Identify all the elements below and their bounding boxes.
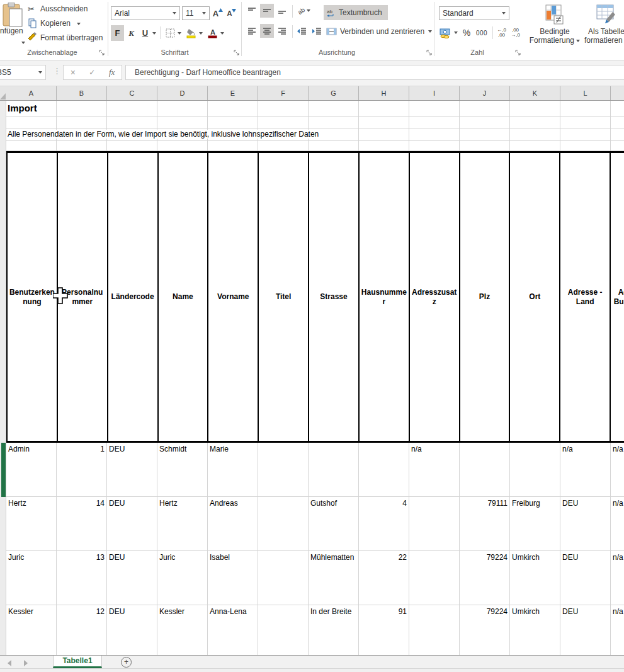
cell[interactable]: n/a xyxy=(560,443,611,497)
cell[interactable] xyxy=(409,497,460,551)
cell[interactable]: DEU xyxy=(560,497,611,551)
table-header-cell[interactable]: Name xyxy=(159,153,209,441)
cell[interactable] xyxy=(460,443,510,497)
fill-color-dropdown-icon[interactable] xyxy=(199,32,203,35)
wrap-text-button[interactable]: ab Textumbruch xyxy=(324,5,388,20)
paste-dropdown-icon[interactable] xyxy=(21,42,25,44)
cell[interactable] xyxy=(258,605,309,655)
currency-dropdown-icon[interactable] xyxy=(454,31,458,34)
column-header-G[interactable]: G xyxy=(309,86,359,100)
cell[interactable]: In der Breite xyxy=(309,605,359,655)
cell[interactable]: Anna-Lena xyxy=(208,605,258,655)
format-painter-button[interactable] xyxy=(28,32,37,44)
column-header-E[interactable]: E xyxy=(208,86,258,100)
column-header-J[interactable]: J xyxy=(460,86,510,100)
bold-button[interactable]: F xyxy=(111,25,124,41)
cell[interactable]: DEU xyxy=(107,551,157,605)
format-as-table-button[interactable]: Als Tabelle formatieren xyxy=(584,3,624,58)
name-box-dropdown-icon[interactable] xyxy=(38,71,42,74)
cell[interactable]: Umkirch xyxy=(510,605,560,655)
cell[interactable]: DEU xyxy=(560,605,611,655)
add-sheet-button[interactable]: + xyxy=(121,657,132,668)
cell[interactable]: DEU xyxy=(107,605,157,655)
cell[interactable]: Marie xyxy=(208,443,258,497)
row-empty[interactable] xyxy=(6,141,624,151)
table-header-cell[interactable]: Adresse - Land xyxy=(560,153,611,441)
align-top-button[interactable] xyxy=(245,4,259,18)
tab-scroll-left-icon[interactable] xyxy=(8,660,11,666)
align-center-button[interactable] xyxy=(260,24,274,38)
clipboard-dialog-launcher-icon[interactable] xyxy=(99,50,105,56)
copy-dropdown-icon[interactable] xyxy=(77,23,81,25)
table-header-cell[interactable]: Ländercode xyxy=(108,153,159,441)
cell[interactable] xyxy=(359,443,409,497)
cell[interactable]: Umkirch xyxy=(510,551,560,605)
cell[interactable]: Kessler xyxy=(157,605,208,655)
cell[interactable]: DEU xyxy=(107,497,157,551)
cell[interactable]: 79224 xyxy=(460,551,510,605)
formula-input[interactable]: Berechtigung - Darf Homeoffice beantrage… xyxy=(125,65,624,80)
format-painter-label[interactable]: Format übertragen xyxy=(40,33,103,42)
align-middle-button[interactable] xyxy=(260,4,274,18)
cell[interactable]: DEU xyxy=(560,551,611,605)
decrease-decimal-button[interactable]: ,00 →,0 xyxy=(509,25,522,40)
cancel-icon[interactable]: × xyxy=(71,67,76,77)
tab-scroll-right-icon[interactable] xyxy=(24,660,28,666)
cell[interactable]: Mühlematten xyxy=(309,551,359,605)
cell[interactable]: Juric xyxy=(6,551,57,605)
column-header-L[interactable]: L xyxy=(560,86,611,100)
name-box[interactable]: BS5 xyxy=(0,65,46,80)
cell[interactable]: 13 xyxy=(57,551,107,605)
cell[interactable]: Hertz xyxy=(157,497,208,551)
cell[interactable]: 4 xyxy=(359,497,409,551)
cell[interactable]: Gutshof xyxy=(309,497,359,551)
column-header-D[interactable]: D xyxy=(157,86,208,100)
cell[interactable] xyxy=(258,497,309,551)
underline-dropdown-icon[interactable] xyxy=(152,32,156,35)
table-header-cell[interactable]: Ort xyxy=(510,153,560,441)
alignment-dialog-launcher-icon[interactable] xyxy=(426,50,433,56)
cell[interactable] xyxy=(309,443,359,497)
cell[interactable]: 12 xyxy=(57,605,107,655)
table-header-cell[interactable]: Hausnummer xyxy=(360,153,410,441)
copy-label[interactable]: Kopieren xyxy=(40,19,71,28)
cell[interactable]: n/a xyxy=(409,443,460,497)
cell[interactable]: n/a xyxy=(611,443,624,497)
select-all-corner[interactable] xyxy=(0,93,6,100)
borders-button[interactable] xyxy=(163,25,177,41)
cell[interactable]: 91 xyxy=(359,605,409,655)
decrease-font-size-button[interactable]: A xyxy=(225,6,238,20)
italic-button[interactable]: K xyxy=(125,25,138,41)
column-header-K[interactable]: K xyxy=(510,86,560,100)
cell[interactable] xyxy=(409,551,460,605)
font-color-button[interactable]: A xyxy=(206,25,220,41)
column-header-I[interactable]: I xyxy=(409,86,460,100)
cut-button[interactable]: ✂ xyxy=(28,3,35,14)
underline-button[interactable]: U xyxy=(139,25,152,41)
cell[interactable] xyxy=(258,443,309,497)
font-size-combo[interactable]: 11 xyxy=(182,6,210,20)
cell[interactable]: Admin xyxy=(6,443,57,497)
increase-font-size-button[interactable]: A xyxy=(212,6,224,20)
table-header-cell[interactable]: Strasse xyxy=(309,153,360,441)
table-header-cell[interactable]: Benutzerkennung xyxy=(8,153,58,441)
cell[interactable]: 22 xyxy=(359,551,409,605)
table-header-cell[interactable]: Plz xyxy=(460,153,511,441)
sheet-grid[interactable]: Import Alle Personendaten in der Form, w… xyxy=(0,101,624,655)
paste-label[interactable]: nfügen xyxy=(0,26,23,35)
table-header-cell[interactable]: Adresse - Bundesland xyxy=(611,153,624,441)
column-header-M[interactable]: M xyxy=(611,86,624,100)
number-format-combo[interactable]: Standard xyxy=(439,6,509,20)
row-empty[interactable] xyxy=(6,117,624,128)
cell[interactable]: Juric xyxy=(157,551,208,605)
table-header-cell[interactable]: Adresszusatz xyxy=(410,153,460,441)
comma-style-button[interactable]: 000 xyxy=(474,25,490,40)
cell[interactable]: n/a xyxy=(611,605,624,655)
cell[interactable] xyxy=(409,605,460,655)
increase-decimal-button[interactable]: ←,0 ,00 xyxy=(495,25,508,40)
cell[interactable]: Hertz xyxy=(6,497,57,551)
decrease-indent-button[interactable] xyxy=(295,24,309,38)
cell[interactable] xyxy=(510,443,560,497)
increase-indent-button[interactable] xyxy=(310,24,324,38)
insert-function-icon[interactable]: fx xyxy=(109,67,115,77)
